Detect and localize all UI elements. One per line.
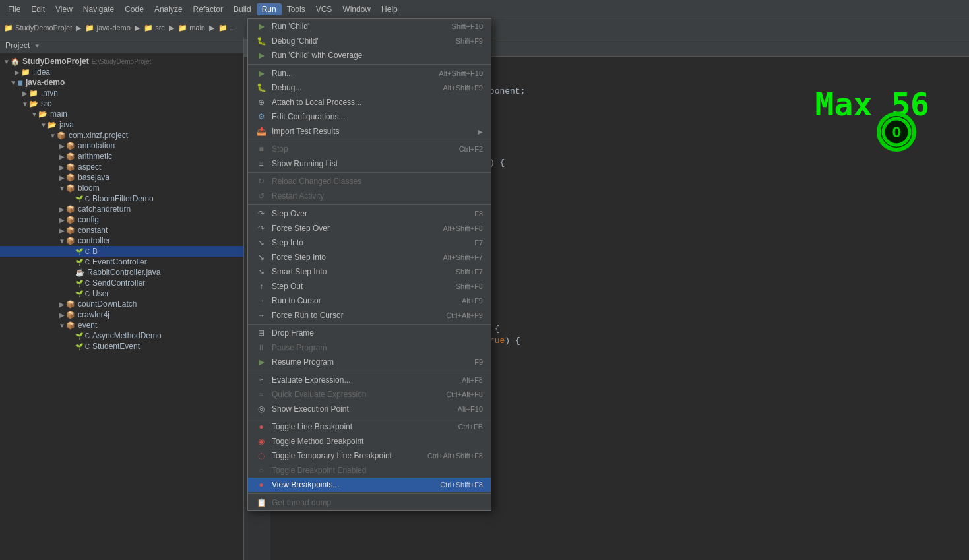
menu-run-cursor[interactable]: → Run to Cursor Alt+F9	[248, 294, 491, 308]
menu-thread-dump[interactable]: 📋 Get thread dump	[248, 495, 491, 510]
menu-attach[interactable]: ⊕ Attach to Local Process...	[248, 95, 491, 109]
menu-step-over[interactable]: ↷ Step Over F8	[248, 206, 491, 221]
menu-edit[interactable]: Edit	[26, 3, 50, 15]
menu-resume[interactable]: ▶ Resume Program F9	[248, 355, 491, 369]
menu-vcs[interactable]: VCS	[311, 3, 338, 15]
menu-bar: File Edit View Navigate Code Analyze Ref…	[0, 0, 969, 18]
divider-2	[248, 140, 491, 140]
menu-toggle-bp[interactable]: ● Toggle Line Breakpoint Ctrl+FB	[248, 420, 491, 434]
tree-annotation[interactable]: ▶ 📦 annotation	[0, 140, 243, 151]
tree-java[interactable]: ▼ 📂 java	[0, 119, 243, 130]
package-icon: 📦	[66, 300, 75, 309]
tree-student-event[interactable]: ▶ 🌱 C StudentEvent	[0, 341, 243, 352]
tree-b[interactable]: ▶ 🌱 C B	[0, 246, 243, 257]
menu-run-dots[interactable]: ▶ Run... Alt+Shift+F10	[248, 66, 491, 80]
menu-restart[interactable]: ↺ Restart Activity	[248, 189, 491, 203]
menu-show-running[interactable]: ≡ Show Running List	[248, 156, 491, 171]
menu-force-run-cursor[interactable]: → Force Run to Cursor Ctrl+Alt+F9	[248, 308, 491, 323]
step-into-icon: ↘	[256, 237, 266, 248]
menu-navigate[interactable]: Navigate	[78, 3, 119, 15]
temp-bp-label: Toggle Temporary Line Breakpoint	[272, 451, 414, 460]
menu-step-into[interactable]: ↘ Step Into F7	[248, 235, 491, 250]
tree-rabbit-ctrl[interactable]: ▶ ☕ RabbitController.java	[0, 267, 243, 278]
menu-drop-frame[interactable]: ⊟ Drop Frame	[248, 326, 491, 340]
menu-run[interactable]: Run	[257, 3, 282, 15]
step-out-icon: ↑	[256, 281, 266, 292]
reload-label: Reload Changed Classes	[272, 177, 483, 186]
toggle-bp-enabled-label: Toggle Breakpoint Enabled	[272, 466, 483, 475]
show-running-label: Show Running List	[272, 159, 483, 168]
tree-event[interactable]: ▼ 📦 event	[0, 320, 243, 330]
pause-label: Pause Program	[272, 343, 483, 352]
tree-crawler[interactable]: ▶ 📦 crawler4j	[0, 309, 243, 320]
menu-step-out[interactable]: ↑ Step Out Shift+F8	[248, 279, 491, 294]
dropdown-arrow[interactable]: ▼	[34, 42, 40, 49]
tree-send-ctrl[interactable]: ▶ 🌱 C SendController	[0, 278, 243, 288]
restart-label: Restart Activity	[272, 191, 483, 201]
menu-edit-config[interactable]: ⚙ Edit Configurations...	[248, 109, 491, 124]
package-icon: 📦	[66, 163, 75, 171]
tree-event-ctrl[interactable]: ▶ 🌱 C EventController	[0, 257, 243, 267]
menu-quick-eval[interactable]: ≈ Quick Evaluate Expression Ctrl+Alt+F8	[248, 387, 491, 402]
tree-java-demo[interactable]: ▼ ◼ java-demo	[0, 77, 243, 88]
tree-constant[interactable]: ▶ 📦 constant	[0, 225, 243, 235]
menu-tools[interactable]: Tools	[282, 3, 311, 15]
tree-idea[interactable]: ▶ 📁 .idea	[0, 67, 243, 77]
menu-refactor[interactable]: Refactor	[188, 3, 228, 15]
menu-method-bp[interactable]: ◉ Toggle Method Breakpoint	[248, 434, 491, 449]
breadcrumb: 📁 StudyDemoProjet ▶ 📁 java-demo ▶ 📁 src …	[4, 24, 235, 32]
menu-toggle-bp-enabled[interactable]: ○ Toggle Breakpoint Enabled	[248, 463, 491, 478]
package-icon: 📦	[66, 216, 75, 224]
tree-countdown[interactable]: ▶ 📦 countDownLatch	[0, 299, 243, 309]
tree-src[interactable]: ▼ 📂 src	[0, 98, 243, 109]
menu-reload[interactable]: ↻ Reload Changed Classes	[248, 174, 491, 189]
menu-debug-child[interactable]: 🐛 Debug 'Child' Shift+F9	[248, 34, 491, 48]
run-menu: ▶ Run 'Child' Shift+F10 🐛 Debug 'Child' …	[247, 18, 491, 511]
menu-pause[interactable]: ⏸ Pause Program	[248, 340, 491, 355]
menu-view[interactable]: View	[50, 3, 78, 15]
step-over-shortcut: F8	[474, 210, 483, 218]
run-cursor-shortcut: Alt+F9	[462, 297, 483, 305]
package-icon: 📦	[57, 131, 66, 140]
menu-run-coverage[interactable]: ▶ Run 'Child' with Coverage	[248, 48, 491, 63]
menu-file[interactable]: File	[3, 3, 26, 15]
tree-bloom[interactable]: ▼ 📦 bloom	[0, 183, 243, 193]
file-tree-content[interactable]: ▼ 🏠 StudyDemoProjet E:\StudyDemoProjet ▶…	[0, 53, 243, 560]
menu-window[interactable]: Window	[337, 3, 376, 15]
tree-controller[interactable]: ▼ 📦 controller	[0, 235, 243, 246]
menu-view-bp[interactable]: ● View Breakpoints... Ctrl+Shift+F8	[248, 478, 491, 492]
menu-smart-step[interactable]: ↘ Smart Step Into Shift+F7	[248, 264, 491, 279]
menu-stop[interactable]: ■ Stop Ctrl+F2	[248, 142, 491, 156]
tree-root[interactable]: ▼ 🏠 StudyDemoProjet E:\StudyDemoProjet	[0, 56, 243, 67]
stop-shortcut: Ctrl+F2	[459, 145, 483, 153]
folder-icon: 📁	[21, 68, 30, 77]
tree-com-xinzf[interactable]: ▼ 📦 com.xinzf.project	[0, 130, 243, 140]
menu-temp-bp[interactable]: ◌ Toggle Temporary Line Breakpoint Ctrl+…	[248, 449, 491, 463]
tree-user[interactable]: ▶ 🌱 C User	[0, 288, 243, 299]
menu-run-child[interactable]: ▶ Run 'Child' Shift+F10	[248, 19, 491, 34]
tree-catchandreturn[interactable]: ▶ 📦 catchandreturn	[0, 204, 243, 214]
evaluate-label: Evaluate Expression...	[272, 375, 449, 385]
tree-async[interactable]: ▶ 🌱 C AsyncMethodDemo	[0, 330, 243, 341]
menu-import-test[interactable]: 📥 Import Test Results ▶	[248, 124, 491, 139]
tree-arithmetic[interactable]: ▶ 📦 arithmetic	[0, 151, 243, 162]
tree-basejava[interactable]: ▶ 📦 basejava	[0, 172, 243, 183]
menu-force-step-into[interactable]: ↘ Force Step Into Alt+Shift+F7	[248, 250, 491, 264]
package-icon: 📦	[66, 142, 75, 150]
menu-code[interactable]: Code	[119, 3, 149, 15]
package-icon: 📦	[66, 321, 75, 330]
tree-config[interactable]: ▶ 📦 config	[0, 214, 243, 225]
spring-java-icon-se: 🌱 C	[75, 343, 90, 350]
menu-exec-point[interactable]: ◎ Show Execution Point Alt+F10	[248, 402, 491, 416]
tree-mvn[interactable]: ▶ 📁 .mvn	[0, 88, 243, 98]
menu-debug-dots[interactable]: 🐛 Debug... Alt+Shift+F9	[248, 80, 491, 95]
menu-help[interactable]: Help	[376, 3, 403, 15]
tree-aspect[interactable]: ▶ 📦 aspect	[0, 162, 243, 172]
menu-force-step-over[interactable]: ↷ Force Step Over Alt+Shift+F8	[248, 221, 491, 235]
file-tree-header: Project ▼	[0, 38, 243, 53]
tree-main[interactable]: ▼ 📂 main	[0, 109, 243, 119]
menu-evaluate[interactable]: ≈ Evaluate Expression... Alt+F8	[248, 373, 491, 387]
menu-analyze[interactable]: Analyze	[149, 3, 188, 15]
tree-bloom-filter[interactable]: ▶ 🌱 C BloomFilterDemo	[0, 193, 243, 204]
menu-build[interactable]: Build	[228, 3, 257, 15]
